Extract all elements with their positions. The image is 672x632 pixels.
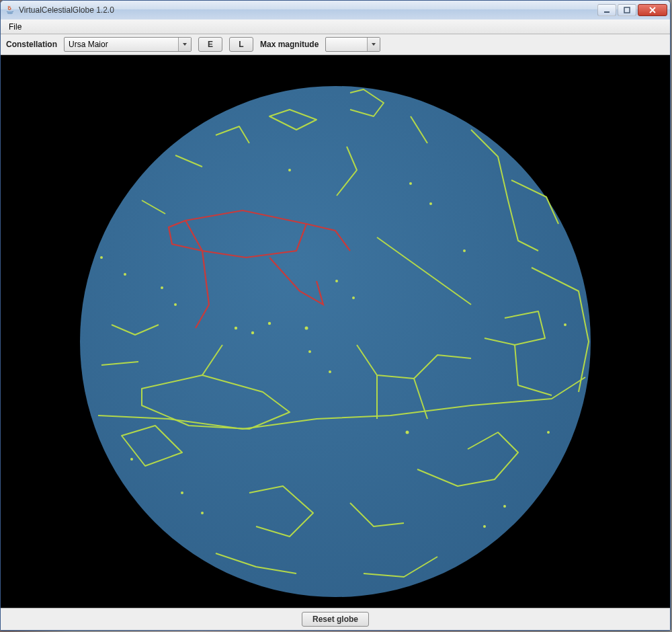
globe-canvas[interactable] [1, 55, 670, 608]
chevron-down-icon [367, 38, 380, 51]
maximize-button[interactable] [618, 4, 636, 16]
l-button[interactable]: L [229, 37, 253, 52]
svg-point-14 [124, 273, 126, 276]
svg-rect-0 [604, 11, 610, 13]
svg-point-22 [503, 505, 506, 508]
svg-point-21 [483, 525, 486, 528]
svg-point-15 [463, 249, 466, 252]
chevron-down-icon [178, 38, 191, 51]
svg-point-16 [288, 169, 291, 171]
svg-point-13 [100, 256, 103, 259]
svg-point-8 [352, 297, 355, 299]
svg-point-19 [181, 491, 183, 494]
window-title: VirtualCelestialGlobe 1.2.0 [19, 5, 114, 15]
magnitude-label: Max magnitude [260, 40, 319, 49]
e-button[interactable]: E [198, 37, 222, 52]
svg-point-17 [308, 350, 311, 353]
magnitude-dropdown[interactable] [325, 37, 380, 52]
svg-rect-1 [624, 7, 630, 13]
svg-point-18 [329, 370, 331, 373]
maximize-icon [624, 7, 630, 13]
java-icon [5, 5, 15, 15]
svg-point-3 [235, 327, 237, 329]
constellation-label: Constellation [6, 40, 57, 49]
close-button[interactable] [638, 4, 667, 16]
svg-point-20 [201, 512, 204, 514]
app-window: VirtualCelestialGlobe 1.2.0 File Constel… [0, 0, 671, 631]
constellation-value: Ursa Maior [69, 40, 178, 49]
constellation-dropdown[interactable]: Ursa Maior [64, 37, 192, 52]
minimize-button[interactable] [597, 4, 616, 16]
svg-point-10 [174, 303, 177, 306]
svg-point-24 [564, 323, 566, 326]
svg-point-25 [130, 458, 133, 461]
svg-point-12 [429, 202, 432, 205]
svg-point-11 [409, 182, 412, 185]
close-icon [648, 6, 657, 14]
svg-point-23 [547, 431, 550, 434]
svg-point-9 [161, 286, 163, 289]
toolbar: Constellation Ursa Maior E L Max magnitu… [1, 34, 670, 55]
bottom-bar: Reset globe [1, 608, 670, 630]
celestial-globe [1, 55, 670, 608]
menubar: File [1, 19, 670, 34]
svg-point-2 [80, 86, 591, 597]
menu-file[interactable]: File [3, 21, 27, 33]
svg-point-26 [406, 431, 409, 434]
svg-point-4 [251, 331, 254, 334]
svg-point-7 [335, 280, 338, 282]
minimize-icon [603, 7, 610, 13]
svg-point-6 [305, 327, 308, 330]
svg-point-5 [268, 322, 271, 325]
titlebar[interactable]: VirtualCelestialGlobe 1.2.0 [1, 1, 670, 19]
reset-globe-button[interactable]: Reset globe [302, 612, 369, 627]
